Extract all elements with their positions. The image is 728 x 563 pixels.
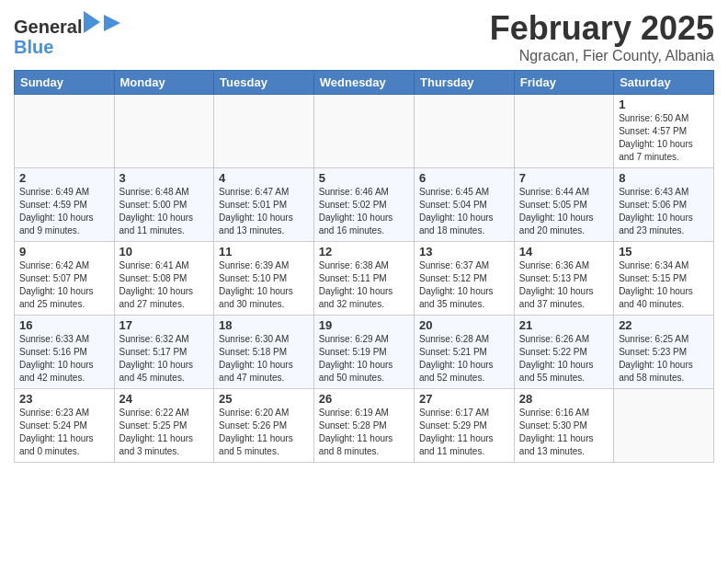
day-info-16: Sunrise: 6:33 AM Sunset: 5:16 PM Dayligh… xyxy=(19,333,109,385)
day-info-21: Sunrise: 6:26 AM Sunset: 5:22 PM Dayligh… xyxy=(519,333,609,385)
day-info-15: Sunrise: 6:34 AM Sunset: 5:15 PM Dayligh… xyxy=(619,259,709,311)
col-wednesday: Wednesday xyxy=(313,71,414,95)
day-number-3: 3 xyxy=(119,171,210,185)
day-number-12: 12 xyxy=(319,245,409,259)
calendar-cell-w4d5: 28Sunrise: 6:16 AM Sunset: 5:30 PM Dayli… xyxy=(514,389,613,463)
day-number-20: 20 xyxy=(419,318,509,332)
logo-blue: Blue xyxy=(14,37,100,57)
week-row-3: 16Sunrise: 6:33 AM Sunset: 5:16 PM Dayli… xyxy=(15,316,714,389)
calendar-header-row: Sunday Monday Tuesday Wednesday Thursday… xyxy=(15,71,714,95)
svg-marker-0 xyxy=(104,15,120,31)
day-number-23: 23 xyxy=(19,392,109,406)
day-number-22: 22 xyxy=(619,318,709,332)
calendar-cell-w0d0 xyxy=(15,95,115,168)
day-number-28: 28 xyxy=(519,392,609,406)
day-info-1: Sunrise: 6:50 AM Sunset: 4:57 PM Dayligh… xyxy=(619,112,709,164)
day-info-18: Sunrise: 6:30 AM Sunset: 5:18 PM Dayligh… xyxy=(219,333,309,385)
calendar-cell-w3d3: 19Sunrise: 6:29 AM Sunset: 5:19 PM Dayli… xyxy=(313,316,414,389)
day-number-6: 6 xyxy=(419,171,509,185)
day-number-8: 8 xyxy=(619,171,709,185)
calendar-cell-w0d2 xyxy=(214,95,314,168)
day-info-10: Sunrise: 6:41 AM Sunset: 5:08 PM Dayligh… xyxy=(119,259,210,311)
calendar-cell-w3d4: 20Sunrise: 6:28 AM Sunset: 5:21 PM Dayli… xyxy=(415,316,515,389)
day-number-5: 5 xyxy=(319,171,409,185)
calendar-cell-w4d1: 24Sunrise: 6:22 AM Sunset: 5:25 PM Dayli… xyxy=(114,389,214,463)
day-info-26: Sunrise: 6:19 AM Sunset: 5:28 PM Dayligh… xyxy=(319,407,409,458)
day-number-11: 11 xyxy=(219,245,309,259)
calendar-cell-w2d6: 15Sunrise: 6:34 AM Sunset: 5:15 PM Dayli… xyxy=(614,242,714,316)
day-info-6: Sunrise: 6:45 AM Sunset: 5:04 PM Dayligh… xyxy=(419,186,509,237)
calendar-cell-w1d0: 2Sunrise: 6:49 AM Sunset: 4:59 PM Daylig… xyxy=(15,168,115,242)
day-number-13: 13 xyxy=(419,245,509,259)
location-title: Ngracan, Fier County, Albania xyxy=(490,48,714,64)
calendar-cell-w2d2: 11Sunrise: 6:39 AM Sunset: 5:10 PM Dayli… xyxy=(214,242,314,316)
day-number-7: 7 xyxy=(519,171,609,185)
day-info-5: Sunrise: 6:46 AM Sunset: 5:02 PM Dayligh… xyxy=(319,186,409,237)
calendar-cell-w3d0: 16Sunrise: 6:33 AM Sunset: 5:16 PM Dayli… xyxy=(15,316,115,389)
month-title: February 2025 xyxy=(490,9,714,48)
day-info-20: Sunrise: 6:28 AM Sunset: 5:21 PM Dayligh… xyxy=(419,333,509,385)
day-number-15: 15 xyxy=(619,245,709,259)
calendar-cell-w4d2: 25Sunrise: 6:20 AM Sunset: 5:26 PM Dayli… xyxy=(214,389,314,463)
week-row-4: 23Sunrise: 6:23 AM Sunset: 5:24 PM Dayli… xyxy=(15,389,714,463)
calendar-cell-w2d1: 10Sunrise: 6:41 AM Sunset: 5:08 PM Dayli… xyxy=(114,242,214,316)
day-number-4: 4 xyxy=(219,171,309,185)
logo: General Blue xyxy=(14,13,122,57)
title-section: February 2025 Ngracan, Fier County, Alba… xyxy=(490,9,714,64)
calendar-cell-w4d6 xyxy=(614,389,714,463)
calendar-cell-w4d4: 27Sunrise: 6:17 AM Sunset: 5:29 PM Dayli… xyxy=(415,389,515,463)
day-info-22: Sunrise: 6:25 AM Sunset: 5:23 PM Dayligh… xyxy=(619,333,709,385)
week-row-1: 2Sunrise: 6:49 AM Sunset: 4:59 PM Daylig… xyxy=(15,168,714,242)
day-number-14: 14 xyxy=(519,245,609,259)
day-number-18: 18 xyxy=(219,318,309,332)
page: General Blue February 2025 Ngracan, Fier… xyxy=(0,0,728,563)
calendar-cell-w1d5: 7Sunrise: 6:44 AM Sunset: 5:05 PM Daylig… xyxy=(514,168,613,242)
col-tuesday: Tuesday xyxy=(214,71,314,95)
day-number-26: 26 xyxy=(319,392,409,406)
calendar-cell-w2d0: 9Sunrise: 6:42 AM Sunset: 5:07 PM Daylig… xyxy=(15,242,115,316)
day-info-23: Sunrise: 6:23 AM Sunset: 5:24 PM Dayligh… xyxy=(19,407,109,458)
logo-triangle-icon xyxy=(102,13,122,33)
day-info-7: Sunrise: 6:44 AM Sunset: 5:05 PM Dayligh… xyxy=(519,186,609,237)
calendar-cell-w0d3 xyxy=(313,95,414,168)
header: General Blue February 2025 Ngracan, Fier… xyxy=(14,9,714,64)
calendar-cell-w2d3: 12Sunrise: 6:38 AM Sunset: 5:11 PM Dayli… xyxy=(313,242,414,316)
calendar-cell-w3d1: 17Sunrise: 6:32 AM Sunset: 5:17 PM Dayli… xyxy=(114,316,214,389)
day-info-8: Sunrise: 6:43 AM Sunset: 5:06 PM Dayligh… xyxy=(619,186,709,237)
calendar-cell-w0d4 xyxy=(415,95,515,168)
calendar-cell-w0d1 xyxy=(114,95,214,168)
calendar-cell-w1d1: 3Sunrise: 6:48 AM Sunset: 5:00 PM Daylig… xyxy=(114,168,214,242)
day-number-24: 24 xyxy=(119,392,210,406)
calendar-cell-w1d2: 4Sunrise: 6:47 AM Sunset: 5:01 PM Daylig… xyxy=(214,168,314,242)
col-thursday: Thursday xyxy=(415,71,515,95)
day-info-9: Sunrise: 6:42 AM Sunset: 5:07 PM Dayligh… xyxy=(19,259,109,311)
day-number-10: 10 xyxy=(119,245,210,259)
day-info-11: Sunrise: 6:39 AM Sunset: 5:10 PM Dayligh… xyxy=(219,259,309,311)
col-sunday: Sunday xyxy=(15,71,115,95)
day-info-27: Sunrise: 6:17 AM Sunset: 5:29 PM Dayligh… xyxy=(419,407,509,458)
day-info-12: Sunrise: 6:38 AM Sunset: 5:11 PM Dayligh… xyxy=(319,259,409,311)
day-number-16: 16 xyxy=(19,318,109,332)
col-monday: Monday xyxy=(114,71,214,95)
day-info-2: Sunrise: 6:49 AM Sunset: 4:59 PM Dayligh… xyxy=(19,186,109,237)
calendar-cell-w3d2: 18Sunrise: 6:30 AM Sunset: 5:18 PM Dayli… xyxy=(214,316,314,389)
day-info-19: Sunrise: 6:29 AM Sunset: 5:19 PM Dayligh… xyxy=(319,333,409,385)
logo-general: General xyxy=(14,17,82,37)
day-number-27: 27 xyxy=(419,392,509,406)
calendar-cell-w0d6: 1Sunrise: 6:50 AM Sunset: 4:57 PM Daylig… xyxy=(614,95,714,168)
week-row-2: 9Sunrise: 6:42 AM Sunset: 5:07 PM Daylig… xyxy=(15,242,714,316)
calendar-cell-w2d5: 14Sunrise: 6:36 AM Sunset: 5:13 PM Dayli… xyxy=(514,242,613,316)
calendar-cell-w1d3: 5Sunrise: 6:46 AM Sunset: 5:02 PM Daylig… xyxy=(313,168,414,242)
day-info-4: Sunrise: 6:47 AM Sunset: 5:01 PM Dayligh… xyxy=(219,186,309,237)
calendar-cell-w4d0: 23Sunrise: 6:23 AM Sunset: 5:24 PM Dayli… xyxy=(15,389,115,463)
calendar-cell-w4d3: 26Sunrise: 6:19 AM Sunset: 5:28 PM Dayli… xyxy=(313,389,414,463)
col-saturday: Saturday xyxy=(614,71,714,95)
logo-text: General Blue xyxy=(14,13,100,57)
day-info-17: Sunrise: 6:32 AM Sunset: 5:17 PM Dayligh… xyxy=(119,333,210,385)
calendar-cell-w1d4: 6Sunrise: 6:45 AM Sunset: 5:04 PM Daylig… xyxy=(415,168,515,242)
day-number-21: 21 xyxy=(519,318,609,332)
day-info-25: Sunrise: 6:20 AM Sunset: 5:26 PM Dayligh… xyxy=(219,407,309,458)
day-number-17: 17 xyxy=(119,318,210,332)
day-number-25: 25 xyxy=(219,392,309,406)
day-info-14: Sunrise: 6:36 AM Sunset: 5:13 PM Dayligh… xyxy=(519,259,609,311)
